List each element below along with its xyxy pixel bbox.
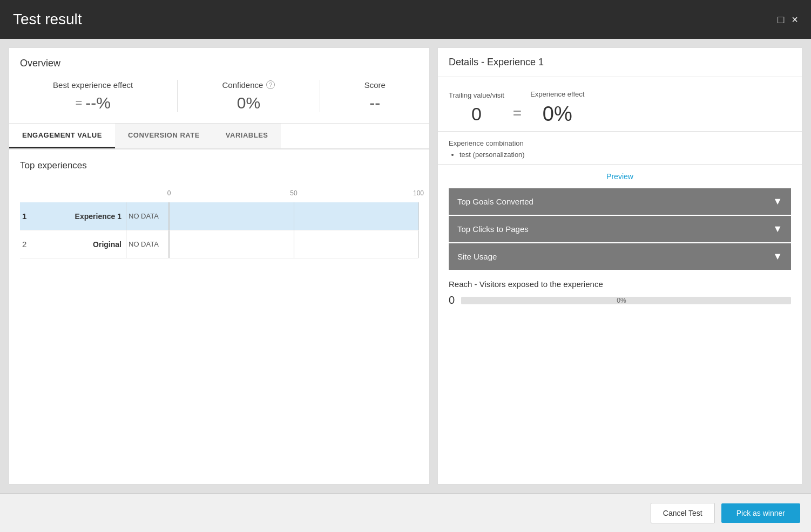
reach-row: 0 0% bbox=[449, 294, 791, 306]
reach-section: Reach - Visitors exposed to the experien… bbox=[438, 271, 802, 315]
trailing-value-block: Trailing value/visit 0 bbox=[449, 91, 504, 125]
title-bar: Test result □ × bbox=[0, 0, 811, 39]
chart-row-1: 1 Experience 1 NO DATA bbox=[20, 202, 418, 230]
confidence-label-row: Confidence ? bbox=[222, 80, 275, 90]
footer: Cancel Test Pick as winner bbox=[0, 493, 811, 532]
bar-container-2 bbox=[169, 230, 418, 258]
pick-as-winner-button[interactable]: Pick as winner bbox=[721, 503, 800, 523]
name-cell-2: Original bbox=[39, 240, 126, 249]
combo-title: Experience combination bbox=[449, 139, 791, 147]
scale-0: 0 bbox=[167, 189, 171, 197]
gridline-50 bbox=[294, 202, 294, 230]
reach-value: 0 bbox=[449, 294, 455, 306]
data-cell-2: NO DATA bbox=[126, 230, 169, 258]
accordion-label-2: Site Usage bbox=[457, 252, 497, 261]
experience-combination: Experience combination test (personaliza… bbox=[438, 132, 802, 165]
rank-cell-1: 1 bbox=[20, 212, 39, 221]
accordion-section: Top Goals Converted ▼ Top Clicks to Page… bbox=[438, 188, 802, 271]
score-stat: Score -- bbox=[364, 80, 386, 112]
close-icon[interactable]: × bbox=[792, 13, 798, 26]
chart-section: Top experiences 0 50 100 1 Experience 1 bbox=[9, 149, 429, 484]
scale-100: 100 bbox=[413, 189, 424, 197]
chart-row-2: 2 Original NO DATA bbox=[20, 230, 418, 258]
best-experience-value: = --% bbox=[53, 94, 133, 112]
gridline-100 bbox=[418, 202, 419, 230]
stat-divider-2 bbox=[320, 80, 320, 112]
overview-title: Overview bbox=[20, 58, 418, 69]
score-label: Score bbox=[364, 80, 386, 90]
gridline-100b bbox=[418, 230, 419, 258]
chart-title: Top experiences bbox=[20, 160, 418, 171]
left-panel: Overview Best experience effect = --% Co… bbox=[9, 47, 430, 485]
dialog-title: Test result bbox=[13, 11, 82, 28]
gridline-50b bbox=[294, 230, 294, 258]
experience-effect-block: Experience effect 0% bbox=[530, 90, 584, 126]
accordion-arrow-1: ▼ bbox=[773, 223, 782, 235]
accordion-label-1: Top Clicks to Pages bbox=[457, 224, 529, 234]
reach-bar-container: 0% bbox=[461, 297, 791, 304]
tabs-row: ENGAGEMENT VALUE CONVERSION RATE VARIABL… bbox=[9, 124, 429, 149]
tab-variables[interactable]: VARIABLES bbox=[213, 124, 281, 148]
main-content: Overview Best experience effect = --% Co… bbox=[0, 39, 811, 493]
chart-scale-row: 0 50 100 bbox=[20, 187, 418, 202]
confidence-label-text: Confidence bbox=[222, 80, 263, 90]
reach-percent: 0% bbox=[617, 297, 626, 304]
gridline-0b bbox=[169, 230, 170, 258]
right-panel: Details - Experience 1 Trailing value/vi… bbox=[437, 47, 802, 485]
overview-section: Overview Best experience effect = --% Co… bbox=[9, 48, 429, 124]
accordion-arrow-2: ▼ bbox=[773, 251, 782, 262]
tab-conversion-rate[interactable]: CONVERSION RATE bbox=[115, 124, 213, 148]
bar-container-1 bbox=[169, 202, 418, 230]
accordion-label-0: Top Goals Converted bbox=[457, 197, 533, 206]
experience-effect-value: 0% bbox=[530, 103, 584, 126]
info-icon[interactable]: ? bbox=[266, 80, 275, 89]
trailing-value-label: Trailing value/visit bbox=[449, 91, 504, 99]
equals-sign: = bbox=[504, 105, 530, 122]
rank-cell-2: 2 bbox=[20, 240, 39, 249]
tab-engagement-value[interactable]: ENGAGEMENT VALUE bbox=[9, 124, 115, 148]
accordion-arrow-0: ▼ bbox=[773, 196, 782, 207]
window-controls: □ × bbox=[778, 13, 798, 26]
reach-title: Reach - Visitors exposed to the experien… bbox=[449, 279, 791, 289]
combo-item-0: test (personalization) bbox=[459, 151, 791, 159]
best-experience-equal: = bbox=[75, 96, 82, 110]
window-icon[interactable]: □ bbox=[778, 13, 784, 26]
header-bar-area: 0 50 100 bbox=[169, 189, 418, 200]
best-experience-number: --% bbox=[85, 94, 111, 112]
accordion-item-1[interactable]: Top Clicks to Pages ▼ bbox=[449, 216, 791, 242]
data-cell-1: NO DATA bbox=[126, 202, 169, 230]
score-value: -- bbox=[364, 94, 386, 112]
cancel-test-button[interactable]: Cancel Test bbox=[651, 503, 715, 523]
scale-50: 50 bbox=[290, 189, 297, 197]
confidence-value: 0% bbox=[222, 94, 275, 112]
details-header: Details - Experience 1 bbox=[438, 48, 802, 77]
overview-stats: Best experience effect = --% Confidence … bbox=[20, 80, 418, 112]
accordion-item-0[interactable]: Top Goals Converted ▼ bbox=[449, 188, 791, 215]
details-metrics: Trailing value/visit 0 = Experience effe… bbox=[438, 77, 802, 132]
gridline-0 bbox=[169, 202, 170, 230]
best-experience-stat: Best experience effect = --% bbox=[53, 80, 133, 112]
trailing-value-number: 0 bbox=[449, 104, 504, 125]
best-experience-label: Best experience effect bbox=[53, 80, 133, 90]
preview-link[interactable]: Preview bbox=[438, 165, 802, 188]
accordion-item-2[interactable]: Site Usage ▼ bbox=[449, 243, 791, 270]
confidence-stat: Confidence ? 0% bbox=[222, 80, 275, 112]
name-cell-1: Experience 1 bbox=[39, 212, 126, 221]
experience-effect-label: Experience effect bbox=[530, 90, 584, 98]
stat-divider-1 bbox=[177, 80, 178, 112]
